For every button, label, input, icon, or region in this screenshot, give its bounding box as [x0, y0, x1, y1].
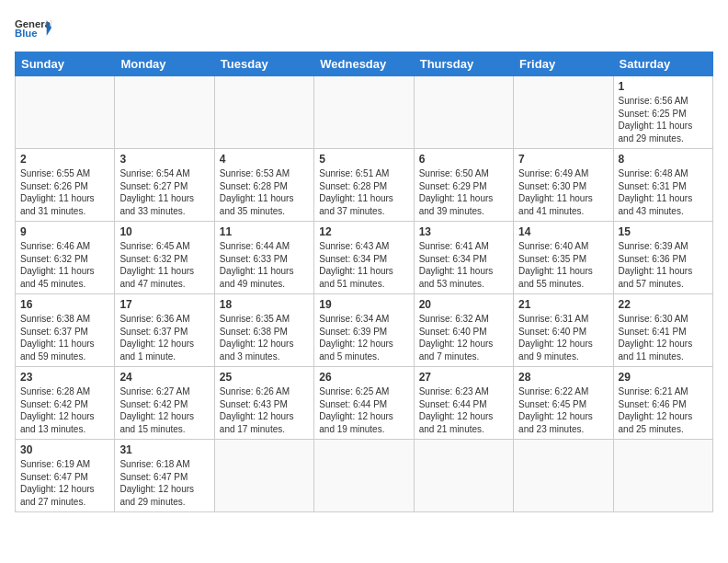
day-info: Sunrise: 6:40 AM Sunset: 6:35 PM Dayligh… — [518, 240, 608, 290]
day-number: 5 — [319, 153, 408, 166]
calendar-cell: 21Sunrise: 6:31 AM Sunset: 6:40 PM Dayli… — [514, 294, 613, 367]
day-info: Sunrise: 6:27 AM Sunset: 6:42 PM Dayligh… — [119, 385, 209, 435]
calendar-cell: 9Sunrise: 6:46 AM Sunset: 6:32 PM Daylig… — [16, 222, 115, 294]
day-info: Sunrise: 6:39 AM Sunset: 6:36 PM Dayligh… — [619, 240, 708, 290]
day-info: Sunrise: 6:35 AM Sunset: 6:38 PM Dayligh… — [220, 313, 309, 362]
day-info: Sunrise: 6:48 AM Sunset: 6:31 PM Dayligh… — [619, 167, 708, 217]
calendar-cell: 3Sunrise: 6:54 AM Sunset: 6:27 PM Daylig… — [115, 149, 214, 222]
calendar-cell: 11Sunrise: 6:44 AM Sunset: 6:33 PM Dayli… — [214, 222, 313, 294]
day-number: 16 — [20, 298, 109, 311]
day-number: 1 — [619, 80, 708, 93]
calendar-cell: 10Sunrise: 6:45 AM Sunset: 6:32 PM Dayli… — [115, 222, 214, 294]
day-info: Sunrise: 6:19 AM Sunset: 6:47 PM Dayligh… — [20, 458, 109, 508]
day-info: Sunrise: 6:38 AM Sunset: 6:37 PM Dayligh… — [20, 313, 109, 362]
weekday-friday: Friday — [514, 52, 613, 76]
day-info: Sunrise: 6:53 AM Sunset: 6:28 PM Dayligh… — [220, 167, 309, 217]
weekday-saturday: Saturday — [613, 52, 712, 76]
calendar-cell: 25Sunrise: 6:26 AM Sunset: 6:43 PM Dayli… — [214, 367, 313, 440]
calendar-week-2: 9Sunrise: 6:46 AM Sunset: 6:32 PM Daylig… — [16, 222, 713, 294]
calendar-cell — [414, 440, 513, 512]
day-info: Sunrise: 6:34 AM Sunset: 6:39 PM Dayligh… — [319, 313, 408, 362]
calendar-cell: 12Sunrise: 6:43 AM Sunset: 6:34 PM Dayli… — [314, 222, 414, 294]
calendar-cell — [115, 76, 214, 149]
day-number: 15 — [619, 225, 708, 238]
calendar-cell: 2Sunrise: 6:55 AM Sunset: 6:26 PM Daylig… — [16, 149, 115, 222]
day-number: 14 — [518, 225, 608, 238]
weekday-thursday: Thursday — [414, 52, 513, 76]
calendar-cell: 6Sunrise: 6:50 AM Sunset: 6:29 PM Daylig… — [414, 149, 513, 222]
day-number: 7 — [518, 153, 608, 166]
day-info: Sunrise: 6:28 AM Sunset: 6:42 PM Dayligh… — [20, 385, 109, 435]
calendar-cell: 17Sunrise: 6:36 AM Sunset: 6:37 PM Dayli… — [115, 294, 214, 367]
day-number: 2 — [20, 153, 109, 166]
day-info: Sunrise: 6:18 AM Sunset: 6:47 PM Dayligh… — [119, 458, 209, 508]
day-number: 10 — [119, 225, 209, 238]
calendar-cell: 13Sunrise: 6:41 AM Sunset: 6:34 PM Dayli… — [414, 222, 513, 294]
calendar-cell: 15Sunrise: 6:39 AM Sunset: 6:36 PM Dayli… — [613, 222, 712, 294]
calendar-body: 1Sunrise: 6:56 AM Sunset: 6:25 PM Daylig… — [16, 76, 713, 512]
day-info: Sunrise: 6:21 AM Sunset: 6:46 PM Dayligh… — [619, 385, 708, 435]
calendar-cell: 18Sunrise: 6:35 AM Sunset: 6:38 PM Dayli… — [214, 294, 313, 367]
weekday-sunday: Sunday — [16, 52, 115, 76]
calendar-cell — [16, 76, 115, 149]
day-number: 28 — [518, 371, 608, 384]
day-number: 22 — [619, 298, 708, 311]
calendar-cell: 16Sunrise: 6:38 AM Sunset: 6:37 PM Dayli… — [16, 294, 115, 367]
day-info: Sunrise: 6:49 AM Sunset: 6:30 PM Dayligh… — [518, 167, 608, 217]
calendar-cell — [414, 76, 513, 149]
weekday-header-row: SundayMondayTuesdayWednesdayThursdayFrid… — [16, 52, 713, 76]
calendar-cell — [514, 76, 613, 149]
day-number: 4 — [220, 153, 309, 166]
day-info: Sunrise: 6:25 AM Sunset: 6:44 PM Dayligh… — [319, 385, 408, 435]
calendar-cell — [314, 76, 414, 149]
weekday-monday: Monday — [115, 52, 214, 76]
day-number: 24 — [119, 371, 209, 384]
day-info: Sunrise: 6:36 AM Sunset: 6:37 PM Dayligh… — [119, 313, 209, 362]
logo: General Blue — [15, 15, 51, 42]
calendar-cell: 5Sunrise: 6:51 AM Sunset: 6:28 PM Daylig… — [314, 149, 414, 222]
day-info: Sunrise: 6:32 AM Sunset: 6:40 PM Dayligh… — [419, 313, 508, 362]
day-number: 25 — [220, 371, 309, 384]
day-number: 11 — [220, 225, 309, 238]
day-info: Sunrise: 6:31 AM Sunset: 6:40 PM Dayligh… — [518, 313, 608, 362]
svg-text:Blue: Blue — [15, 28, 38, 39]
day-info: Sunrise: 6:23 AM Sunset: 6:44 PM Dayligh… — [419, 385, 508, 435]
calendar-cell: 22Sunrise: 6:30 AM Sunset: 6:41 PM Dayli… — [613, 294, 712, 367]
calendar-cell: 4Sunrise: 6:53 AM Sunset: 6:28 PM Daylig… — [214, 149, 313, 222]
day-info: Sunrise: 6:26 AM Sunset: 6:43 PM Dayligh… — [220, 385, 309, 435]
calendar-week-3: 16Sunrise: 6:38 AM Sunset: 6:37 PM Dayli… — [16, 294, 713, 367]
calendar-week-1: 2Sunrise: 6:55 AM Sunset: 6:26 PM Daylig… — [16, 149, 713, 222]
day-number: 19 — [319, 298, 408, 311]
calendar-table: SundayMondayTuesdayWednesdayThursdayFrid… — [15, 52, 713, 512]
day-number: 13 — [419, 225, 508, 238]
calendar-cell: 1Sunrise: 6:56 AM Sunset: 6:25 PM Daylig… — [613, 76, 712, 149]
day-info: Sunrise: 6:46 AM Sunset: 6:32 PM Dayligh… — [20, 240, 109, 290]
day-number: 23 — [20, 371, 109, 384]
calendar-cell: 20Sunrise: 6:32 AM Sunset: 6:40 PM Dayli… — [414, 294, 513, 367]
calendar-cell — [613, 440, 712, 512]
calendar-cell: 31Sunrise: 6:18 AM Sunset: 6:47 PM Dayli… — [115, 440, 214, 512]
day-info: Sunrise: 6:56 AM Sunset: 6:25 PM Dayligh… — [619, 95, 708, 144]
day-number: 29 — [619, 371, 708, 384]
day-number: 9 — [20, 225, 109, 238]
day-info: Sunrise: 6:55 AM Sunset: 6:26 PM Dayligh… — [20, 167, 109, 217]
calendar-cell — [514, 440, 613, 512]
day-number: 6 — [419, 153, 508, 166]
calendar-week-5: 30Sunrise: 6:19 AM Sunset: 6:47 PM Dayli… — [16, 440, 713, 512]
day-number: 8 — [619, 153, 708, 166]
day-number: 30 — [20, 443, 109, 456]
day-number: 20 — [419, 298, 508, 311]
day-number: 26 — [319, 371, 408, 384]
calendar-cell — [214, 76, 313, 149]
day-number: 3 — [119, 153, 209, 166]
day-number: 12 — [319, 225, 408, 238]
day-info: Sunrise: 6:43 AM Sunset: 6:34 PM Dayligh… — [319, 240, 408, 290]
calendar-cell: 24Sunrise: 6:27 AM Sunset: 6:42 PM Dayli… — [115, 367, 214, 440]
day-number: 21 — [518, 298, 608, 311]
calendar-cell: 29Sunrise: 6:21 AM Sunset: 6:46 PM Dayli… — [613, 367, 712, 440]
calendar-cell: 19Sunrise: 6:34 AM Sunset: 6:39 PM Dayli… — [314, 294, 414, 367]
calendar-cell: 27Sunrise: 6:23 AM Sunset: 6:44 PM Dayli… — [414, 367, 513, 440]
day-info: Sunrise: 6:41 AM Sunset: 6:34 PM Dayligh… — [419, 240, 508, 290]
calendar-week-0: 1Sunrise: 6:56 AM Sunset: 6:25 PM Daylig… — [16, 76, 713, 149]
calendar-cell — [214, 440, 313, 512]
